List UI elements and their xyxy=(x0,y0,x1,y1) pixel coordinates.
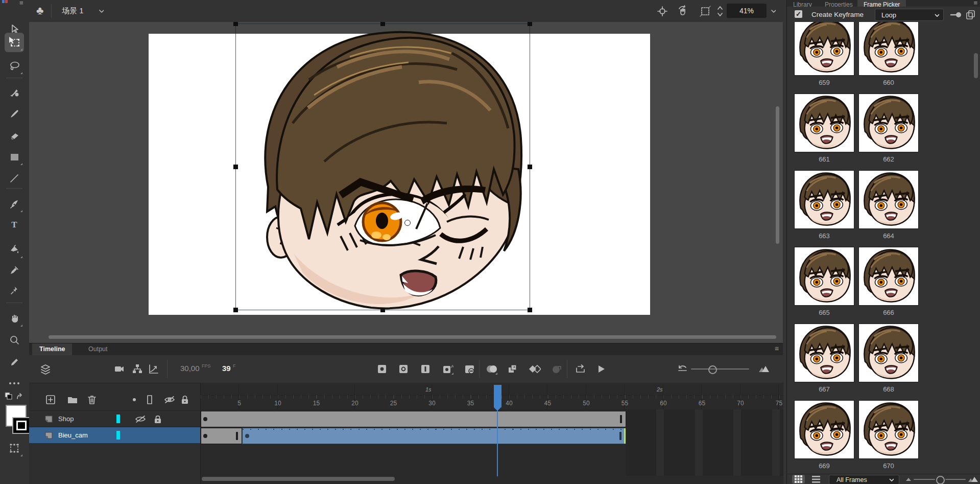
thumb-size-slider-knob[interactable] xyxy=(936,476,945,484)
character-artwork[interactable] xyxy=(232,22,534,314)
rotate-canvas-icon[interactable] xyxy=(677,5,690,18)
canvas-vertical-scrollbar[interactable] xyxy=(776,106,779,244)
thumb-size-slider[interactable] xyxy=(914,479,935,480)
right-panel-menu-icon[interactable]: ≡ xyxy=(973,0,977,7)
frame-thumbnail-image[interactable] xyxy=(858,170,919,229)
create-keyframe-checkbox[interactable]: ✓ xyxy=(795,10,802,18)
zoom-value[interactable]: 41% xyxy=(739,7,754,15)
ruler-frame-numbers-row[interactable]: 51015202530354045505560657075 xyxy=(201,395,783,410)
delete-layer-button[interactable] xyxy=(85,393,99,406)
insert-keyframe-button[interactable] xyxy=(375,362,389,376)
frame-thumbnail[interactable]: 662 xyxy=(858,94,919,163)
frame-thumbnail-image[interactable] xyxy=(794,22,854,76)
bieu-cam-selected-span[interactable] xyxy=(242,428,626,444)
layer-locked-icon[interactable] xyxy=(154,414,162,424)
remove-frame-button[interactable] xyxy=(463,362,477,376)
zoom-value-field[interactable]: 41% xyxy=(727,4,767,18)
eyedropper-tool[interactable] xyxy=(5,261,24,280)
frame-filter-dropdown[interactable]: All Frames xyxy=(829,475,899,484)
new-layer-button[interactable] xyxy=(44,393,57,406)
highlight-all-dot-icon[interactable] xyxy=(128,393,141,406)
transform-handle-s[interactable] xyxy=(380,308,385,312)
fps-value[interactable]: 30,00 xyxy=(180,364,200,373)
loop-dropdown[interactable]: Loop xyxy=(875,9,944,21)
fluid-brush-tool[interactable] xyxy=(5,83,24,102)
transform-marquee-tool[interactable] xyxy=(5,439,24,458)
pin-frame-icon[interactable] xyxy=(949,11,963,18)
frame-thumbnail[interactable]: 669 xyxy=(794,400,854,470)
lasso-tool[interactable] xyxy=(5,56,24,76)
frame-thumbnail-image[interactable] xyxy=(858,247,919,306)
transform-handle-n[interactable] xyxy=(380,22,385,26)
frame-thumbnail[interactable]: 666 xyxy=(858,247,919,316)
frame-thumbnail[interactable]: 668 xyxy=(858,324,919,393)
loop-range-button[interactable] xyxy=(573,362,588,376)
keyframe-dot[interactable] xyxy=(203,417,207,421)
edit-symbol-icon[interactable]: ♣ xyxy=(36,4,43,17)
pen-tool[interactable] xyxy=(5,194,24,214)
keyframe-dot[interactable] xyxy=(245,434,249,438)
thumb-size-slider[interactable] xyxy=(945,479,966,480)
frame-thumbnail[interactable]: 661 xyxy=(794,94,854,163)
frames-area[interactable]: 51015202530354045505560657075 1s2s xyxy=(200,383,783,484)
bieu-cam-frame-span[interactable] xyxy=(201,428,242,444)
transform-origin-point[interactable] xyxy=(404,220,411,226)
thumb-size-small-icon[interactable] xyxy=(905,477,912,481)
frame-thumbnail-image[interactable] xyxy=(858,324,919,382)
playhead-marker[interactable] xyxy=(494,385,501,407)
graph-editor-icon[interactable] xyxy=(147,362,161,376)
clip-content-icon[interactable] xyxy=(699,5,711,17)
pin-tool[interactable] xyxy=(5,281,24,301)
layer-row-shop[interactable]: Shop xyxy=(29,410,200,427)
frame-picker-scrollbar[interactable] xyxy=(974,53,978,78)
hand-tool[interactable] xyxy=(5,309,24,328)
zoom-stepper[interactable] xyxy=(716,4,724,18)
scene-chevron-down-icon[interactable] xyxy=(99,9,104,14)
new-folder-button[interactable] xyxy=(66,393,79,406)
thumb-size-large-icon[interactable] xyxy=(968,476,979,482)
transform-handle-se[interactable] xyxy=(528,308,532,312)
tab-timeline[interactable]: Timeline xyxy=(32,343,72,355)
frame-thumbnail-image[interactable] xyxy=(858,22,919,76)
outline-all-icon[interactable] xyxy=(143,393,156,406)
toolbar-menu-icon[interactable]: ≡ xyxy=(19,0,23,7)
frame-thumbnail-image[interactable] xyxy=(794,324,854,382)
transform-handle-e[interactable] xyxy=(528,165,532,169)
tab-library[interactable]: Library xyxy=(787,0,818,7)
shop-frame-span[interactable] xyxy=(201,411,626,427)
frame-thumbnail-image[interactable] xyxy=(858,400,919,459)
layer-name[interactable]: Shop xyxy=(58,415,114,423)
layer-color-swatch[interactable] xyxy=(116,414,120,423)
frame-thumbnail-image[interactable] xyxy=(794,94,854,152)
edit-multiple-frames-button[interactable] xyxy=(506,362,520,376)
stroke-color-swatch[interactable] xyxy=(12,417,31,434)
layer-view-icon[interactable] xyxy=(38,362,53,376)
grid-view-button[interactable] xyxy=(792,475,805,483)
frame-thumbnail[interactable]: 665 xyxy=(794,247,854,316)
timeline-horizontal-scrollbar[interactable] xyxy=(202,477,395,481)
frame-thumbnail[interactable]: 659 xyxy=(794,22,854,86)
frame-thumbnail-image[interactable] xyxy=(794,247,854,306)
layer-hidden-icon[interactable] xyxy=(134,414,147,424)
hide-all-layers-icon[interactable] xyxy=(163,393,176,406)
zoom-chevron-down-icon[interactable] xyxy=(771,9,776,14)
onion-skin-button[interactable] xyxy=(485,362,499,376)
auto-keyframe-button[interactable]: A xyxy=(441,362,455,376)
text-tool[interactable]: T xyxy=(5,215,24,234)
timeline-panel-menu-icon[interactable]: ≡ xyxy=(775,344,779,353)
rectangle-tool[interactable] xyxy=(5,147,24,167)
tab-output[interactable]: Output xyxy=(81,343,115,355)
layer-row-bieu-cam[interactable]: Bieu_cam xyxy=(29,427,200,443)
timeline-zoom-slider-knob[interactable] xyxy=(708,365,717,374)
classic-brush-tool[interactable] xyxy=(5,104,24,124)
tab-frame-picker[interactable]: Frame Picker xyxy=(857,0,906,7)
transform-handle-nw[interactable] xyxy=(233,22,238,26)
pencil-tool[interactable] xyxy=(5,353,24,372)
swap-colors-icon[interactable] xyxy=(4,391,25,403)
center-stage-icon[interactable] xyxy=(656,5,668,17)
frame-thumbnail[interactable]: 660 xyxy=(858,22,919,86)
resize-timeline-view-icon[interactable] xyxy=(757,362,771,376)
lock-all-layers-icon[interactable] xyxy=(178,393,192,406)
zoom-tool[interactable] xyxy=(5,330,24,350)
eraser-tool[interactable] xyxy=(5,126,24,145)
